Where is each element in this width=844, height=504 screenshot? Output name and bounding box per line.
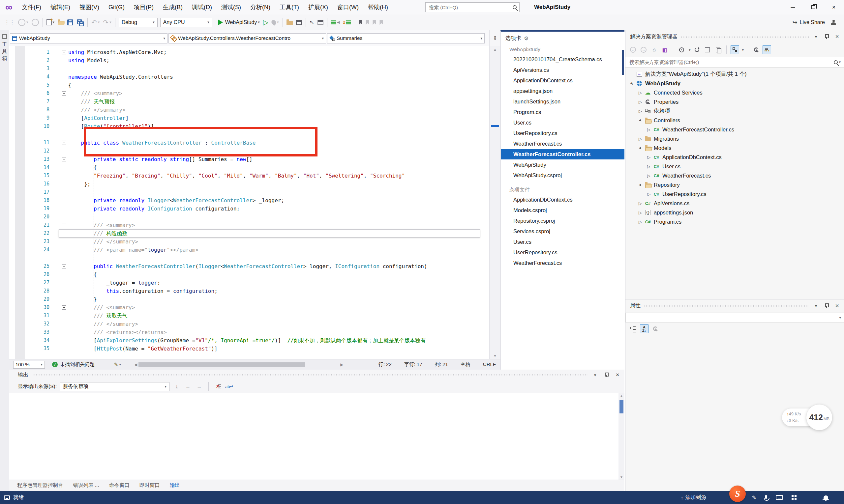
previous-bookmark-button[interactable] <box>365 17 370 28</box>
document-tab-item[interactable]: 20221020101704_CreateSchema.cs <box>501 54 624 65</box>
code-line[interactable]: 26 { <box>9 270 489 279</box>
document-tab-item[interactable]: UserRepository.cs <box>501 128 624 138</box>
sync-chevron[interactable]: ▾ <box>742 48 744 52</box>
editor-vertical-scrollbar[interactable]: ⇕ ▲ ▼ <box>489 30 500 359</box>
tree-item[interactable]: ▾WebApiStudy <box>625 79 844 88</box>
properties-shortcut-button[interactable] <box>752 46 761 54</box>
tree-item[interactable]: ▷☁Connected Services <box>625 88 844 97</box>
status-space-mode[interactable]: 空格 <box>461 361 470 367</box>
menu-item-7[interactable]: 测试(S) <box>217 0 246 15</box>
next-bookmark-button[interactable] <box>372 17 377 28</box>
memory-usage-overlay[interactable]: 412MB <box>806 404 832 430</box>
chevron-collapsed-icon[interactable]: ▷ <box>637 201 644 206</box>
toolbox-vertical-tab[interactable]: 工具箱 <box>0 34 9 61</box>
terminal-button[interactable] <box>295 17 303 28</box>
tree-item[interactable]: ▷C#ApplicationDbContext.cs <box>625 152 844 162</box>
pin-button[interactable] <box>603 371 610 378</box>
document-tab-item[interactable]: launchSettings.json <box>501 96 624 107</box>
output-scrollbar[interactable]: ▲ ▼ <box>619 393 624 480</box>
start-without-debugging-button[interactable]: ▷ <box>262 17 269 28</box>
hscroll-left-arrow[interactable]: ◀ <box>134 362 137 367</box>
menu-item-8[interactable]: 分析(N) <box>246 0 275 15</box>
save-button[interactable] <box>66 17 74 28</box>
code-line[interactable]: 14 { <box>9 163 489 172</box>
panel-drag-grip[interactable] <box>32 374 587 376</box>
cursor-tool-button[interactable]: ↖ <box>309 17 315 28</box>
solution-search-box[interactable]: ▾ <box>625 57 844 68</box>
menu-item-12[interactable]: 帮助(H) <box>363 0 393 15</box>
code-line[interactable]: 22 /// 构造函数 <box>9 229 489 237</box>
fold-collapse-box[interactable] <box>62 223 66 227</box>
menu-item-0[interactable]: 文件(F) <box>17 0 46 15</box>
indent-decrease-button[interactable]: ◀ <box>330 17 341 28</box>
chevron-collapsed-icon[interactable]: ▷ <box>637 137 644 141</box>
code-line[interactable]: 29 } <box>9 295 489 303</box>
menu-item-11[interactable]: 窗口(W) <box>333 0 363 15</box>
new-project-button[interactable]: ▾ <box>46 17 56 28</box>
code-line[interactable]: 18 private readonly ILogger<WeatherForec… <box>9 196 489 204</box>
document-tab-item[interactable]: WebApiStudy.csproj <box>501 170 624 181</box>
chevron-collapsed-icon[interactable]: ▷ <box>637 109 644 114</box>
feedback-person-icon[interactable] <box>831 20 836 25</box>
document-tab-item[interactable]: ApiVersions.cs <box>501 65 624 75</box>
chevron-collapsed-icon[interactable]: ▷ <box>637 100 644 104</box>
code-line[interactable]: 24 /// <param name="logger"></param> <box>9 246 489 254</box>
status-eol[interactable]: CRLF <box>483 361 496 367</box>
fold-collapse-box[interactable] <box>62 141 66 145</box>
close-panel-button[interactable]: × <box>833 33 841 40</box>
tree-item[interactable]: ▷Properties <box>625 97 844 106</box>
code-cleanup-button[interactable]: ✎▾ <box>114 361 121 367</box>
tree-item[interactable]: ▷Migrations <box>625 134 844 143</box>
chevron-collapsed-icon[interactable]: ▷ <box>637 219 644 224</box>
hot-reload-button[interactable]: ▾ <box>271 17 280 28</box>
tabs-panel-scrollbar-thumb[interactable] <box>622 50 624 75</box>
scroll-thumb[interactable] <box>619 400 623 413</box>
menu-item-5[interactable]: 生成(B) <box>158 0 187 15</box>
document-tab-item[interactable]: UserRepository.cs <box>501 247 624 257</box>
clear-all-button[interactable]: ✕ <box>214 382 222 390</box>
document-tab-item[interactable]: WeatherForecast.cs <box>501 138 624 149</box>
code-line[interactable]: 34 [ApiExplorerSettings(GroupName ="V1"/… <box>9 336 489 345</box>
editor-horizontal-scrollbar[interactable] <box>138 362 339 367</box>
document-tab-item[interactable]: User.cs <box>501 236 624 247</box>
tree-item[interactable]: ▷{}appsettings.json <box>625 208 844 217</box>
panel-drag-grip[interactable] <box>644 305 809 307</box>
code-line[interactable]: 15 "Freezing", "Bracing", "Chilly", "Coo… <box>9 172 489 180</box>
filter-chevron[interactable]: ▾ <box>689 48 691 52</box>
code-line[interactable]: 31 /// 获取天气 <box>9 312 489 320</box>
preview-selected-button[interactable] <box>714 46 722 54</box>
chevron-expanded-icon[interactable]: ▾ <box>627 79 636 88</box>
hscroll-thumb[interactable] <box>138 362 305 367</box>
previous-message-button[interactable]: ← <box>184 382 192 390</box>
toolbar-grip[interactable]: ⋮⋮ <box>3 17 16 28</box>
pin-button[interactable] <box>823 302 830 309</box>
code-line[interactable]: 2using Models; <box>9 56 489 65</box>
close-panel-button[interactable]: × <box>614 371 621 378</box>
zoom-level-dropdown[interactable]: 100 %▾ <box>13 361 45 368</box>
menu-item-9[interactable]: 工具(T) <box>275 0 304 15</box>
chevron-collapsed-icon[interactable]: ▷ <box>637 90 644 95</box>
tree-item[interactable]: ▷C#WeatherForecast.cs <box>625 171 844 180</box>
project-dropdown[interactable]: WebApiStudy▾ <box>10 33 168 43</box>
menu-item-6[interactable]: 调试(D) <box>187 0 217 15</box>
minimize-button[interactable]: ─ <box>783 0 803 15</box>
sync-with-active-document-button[interactable] <box>730 46 739 54</box>
chevron-expanded-icon[interactable]: ▾ <box>636 116 644 125</box>
screen-recorder-logo[interactable]: S <box>729 486 746 502</box>
add-to-source-control-button[interactable]: ↑ 添加到源 <box>681 494 707 501</box>
open-file-button[interactable] <box>57 17 65 28</box>
tree-item[interactable]: ▾Controllers <box>625 115 844 125</box>
undo-button[interactable]: ↶▾ <box>90 17 101 28</box>
next-message-button[interactable]: → <box>195 382 203 390</box>
publish-button[interactable] <box>286 17 294 28</box>
fold-collapse-box[interactable] <box>62 91 66 95</box>
close-panel-button[interactable]: × <box>833 302 841 309</box>
toggle-bookmark-button[interactable] <box>358 17 363 28</box>
tool-window-tab[interactable]: 程序包管理器控制台 <box>17 482 63 489</box>
menu-item-2[interactable]: 视图(V) <box>75 0 104 15</box>
start-debugging-button[interactable]: WebApiStudy ▾ <box>217 17 261 28</box>
notification-bell-icon[interactable] <box>824 496 838 499</box>
tree-item[interactable]: ▷依赖项 <box>625 106 844 115</box>
code-line[interactable]: 30 /// <summary> <box>9 303 489 312</box>
solution-platform-dropdown[interactable]: Any CPU▾ <box>160 18 212 27</box>
